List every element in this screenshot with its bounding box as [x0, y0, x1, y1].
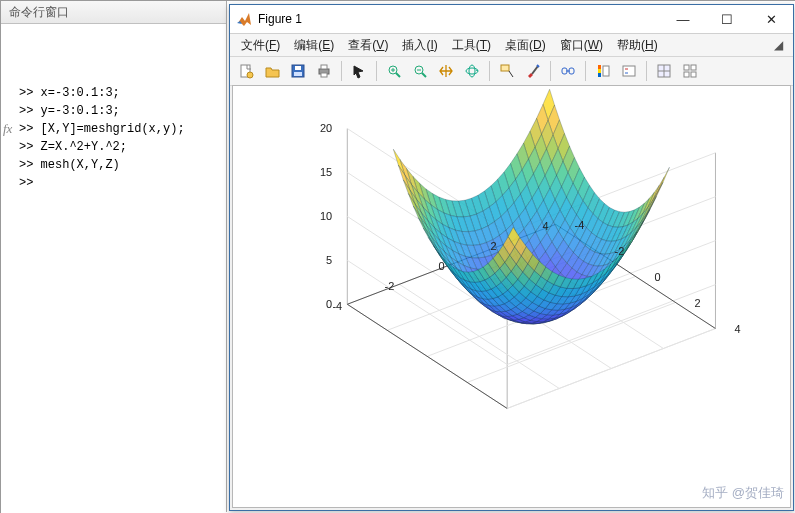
svg-point-16 [469, 65, 475, 77]
svg-rect-36 [691, 72, 696, 77]
save-icon[interactable] [286, 59, 310, 83]
data-cursor-icon[interactable] [495, 59, 519, 83]
arrow-icon[interactable] [347, 59, 371, 83]
svg-rect-27 [623, 66, 635, 76]
open-icon[interactable] [260, 59, 284, 83]
svg-text:10: 10 [320, 210, 332, 222]
toolbar-separator [646, 61, 647, 81]
fx-icon: fx [3, 120, 12, 138]
figure-title: Figure 1 [258, 12, 661, 26]
command-line: >> [X,Y]=meshgrid(x,y); [19, 120, 222, 138]
svg-line-59 [507, 329, 715, 409]
menu-v[interactable]: 查看(V) [341, 34, 395, 56]
minimize-button[interactable]: — [661, 5, 705, 33]
svg-text:-2: -2 [615, 245, 625, 257]
svg-marker-415 [658, 167, 670, 192]
grid-icon[interactable] [652, 59, 676, 83]
svg-text:-4: -4 [332, 300, 342, 312]
new-file-icon[interactable] [234, 59, 258, 83]
close-button[interactable]: ✕ [749, 5, 793, 33]
toolbar-separator [489, 61, 490, 81]
svg-text:20: 20 [320, 122, 332, 134]
menu-d[interactable]: 桌面(D) [498, 34, 553, 56]
toolbar [230, 57, 793, 86]
print-icon[interactable] [312, 59, 336, 83]
zoom-in-icon[interactable] [382, 59, 406, 83]
svg-text:0: 0 [438, 260, 444, 272]
svg-marker-286 [393, 149, 405, 175]
watermark: 知乎 @贺佳琦 [702, 484, 784, 502]
svg-rect-26 [603, 66, 609, 76]
zoom-out-icon[interactable] [408, 59, 432, 83]
menu-w[interactable]: 窗口(W) [553, 34, 610, 56]
svg-rect-17 [501, 65, 509, 71]
toolbar-separator [376, 61, 377, 81]
svg-marker-367 [648, 185, 660, 207]
colorbar-icon[interactable] [591, 59, 615, 83]
command-line: >> [19, 174, 222, 192]
svg-rect-3 [295, 66, 301, 70]
subplot-icon[interactable] [678, 59, 702, 83]
command-window-title: 命令行窗口 [1, 1, 226, 24]
legend-icon[interactable] [617, 59, 641, 83]
menu-i[interactable]: 插入(I) [395, 34, 444, 56]
menubar: 文件(F)编辑(E)查看(V)插入(I)工具(T)桌面(D)窗口(W)帮助(H)… [230, 34, 793, 57]
svg-rect-34 [691, 65, 696, 70]
svg-rect-7 [321, 73, 327, 77]
command-window: 命令行窗口 fx >> x=-3:0.1:3;>> y=-3:0.1:3;>> … [1, 1, 227, 512]
toolbar-separator [585, 61, 586, 81]
command-line: >> mesh(X,Y,Z) [19, 156, 222, 174]
svg-rect-33 [684, 65, 689, 70]
toolbar-separator [550, 61, 551, 81]
svg-marker-391 [653, 177, 665, 200]
window-buttons: — ☐ ✕ [661, 5, 793, 33]
matlab-icon [236, 11, 252, 27]
svg-text:2: 2 [695, 297, 701, 309]
svg-text:5: 5 [326, 254, 332, 266]
svg-text:0: 0 [326, 298, 332, 310]
menu-f[interactable]: 文件(F) [234, 34, 287, 56]
menubar-more-icon[interactable]: ◢ [774, 38, 789, 52]
svg-rect-4 [294, 72, 302, 76]
app-root: 命令行窗口 fx >> x=-3:0.1:3;>> y=-3:0.1:3;>> … [0, 0, 795, 513]
toolbar-separator [341, 61, 342, 81]
menu-e[interactable]: 编辑(E) [287, 34, 341, 56]
command-line: >> x=-3:0.1:3; [19, 84, 222, 102]
svg-point-1 [247, 72, 253, 78]
plot-area[interactable]: 05101520-4-2024-4-2024 [232, 85, 791, 508]
svg-rect-35 [684, 72, 689, 77]
maximize-button[interactable]: ☐ [705, 5, 749, 33]
svg-line-13 [422, 73, 426, 77]
svg-text:4: 4 [543, 220, 549, 232]
menu-h[interactable]: 帮助(H) [610, 34, 665, 56]
figure-titlebar[interactable]: Figure 1 — ☐ ✕ [230, 5, 793, 34]
svg-text:-4: -4 [575, 219, 585, 231]
svg-text:2: 2 [491, 240, 497, 252]
svg-text:15: 15 [320, 166, 332, 178]
rotate3d-icon[interactable] [460, 59, 484, 83]
svg-rect-25 [598, 73, 601, 77]
svg-line-9 [396, 73, 400, 77]
svg-text:0: 0 [655, 271, 661, 283]
figure-window: Figure 1 — ☐ ✕ 文件(F)编辑(E)查看(V)插入(I)工具(T)… [229, 4, 794, 511]
command-window-body[interactable]: fx >> x=-3:0.1:3;>> y=-3:0.1:3;>> [X,Y]=… [1, 24, 226, 232]
svg-rect-6 [321, 65, 327, 69]
menu-t[interactable]: 工具(T) [445, 34, 498, 56]
brush-icon[interactable] [521, 59, 545, 83]
svg-text:-2: -2 [385, 280, 395, 292]
svg-rect-24 [598, 65, 601, 69]
svg-line-18 [509, 71, 513, 77]
svg-line-19 [532, 66, 538, 74]
pan-icon[interactable] [434, 59, 458, 83]
svg-line-62 [347, 304, 507, 408]
command-line: >> y=-3:0.1:3; [19, 102, 222, 120]
link-icon[interactable] [556, 59, 580, 83]
command-line: >> Z=X.^2+Y.^2; [19, 138, 222, 156]
svg-text:4: 4 [734, 323, 740, 335]
